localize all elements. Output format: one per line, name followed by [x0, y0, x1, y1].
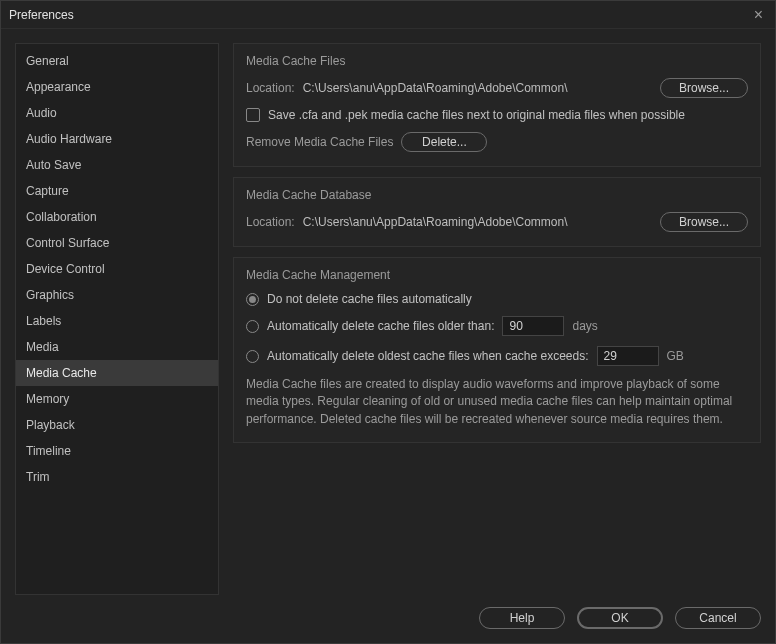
- files-location-path: C:\Users\anu\AppData\Roaming\Adobe\Commo…: [303, 81, 652, 95]
- sidebar-item-label: Media: [26, 340, 59, 354]
- radio-older-than-label[interactable]: Automatically delete cache files older t…: [267, 319, 494, 333]
- dialog-body: General Appearance Audio Audio Hardware …: [1, 29, 775, 595]
- sidebar-item-media[interactable]: Media: [16, 334, 218, 360]
- sidebar-item-label: Trim: [26, 470, 50, 484]
- titlebar: Preferences ×: [1, 1, 775, 29]
- group-title: Media Cache Database: [246, 188, 748, 202]
- older-than-days-input[interactable]: [502, 316, 564, 336]
- sidebar-item-auto-save[interactable]: Auto Save: [16, 152, 218, 178]
- sidebar-item-label: Auto Save: [26, 158, 81, 172]
- radio-exceeds[interactable]: [246, 350, 259, 363]
- sidebar-item-control-surface[interactable]: Control Surface: [16, 230, 218, 256]
- sidebar-item-label: Capture: [26, 184, 69, 198]
- sidebar-item-general[interactable]: General: [16, 48, 218, 74]
- sidebar-item-label: Audio: [26, 106, 57, 120]
- group-media-cache-management: Media Cache Management Do not delete cac…: [233, 257, 761, 443]
- group-media-cache-database: Media Cache Database Location: C:\Users\…: [233, 177, 761, 247]
- sidebar-item-graphics[interactable]: Graphics: [16, 282, 218, 308]
- browse-database-button[interactable]: Browse...: [660, 212, 748, 232]
- gb-unit: GB: [667, 349, 684, 363]
- group-media-cache-files: Media Cache Files Location: C:\Users\anu…: [233, 43, 761, 167]
- sidebar-item-label: Collaboration: [26, 210, 97, 224]
- sidebar-item-playback[interactable]: Playback: [16, 412, 218, 438]
- preferences-window: Preferences × General Appearance Audio A…: [0, 0, 776, 644]
- cache-exceeds-gb-input[interactable]: [597, 346, 659, 366]
- sidebar-item-label: Control Surface: [26, 236, 109, 250]
- sidebar-item-labels[interactable]: Labels: [16, 308, 218, 334]
- radio-no-delete[interactable]: [246, 293, 259, 306]
- window-title: Preferences: [9, 8, 74, 22]
- help-button[interactable]: Help: [479, 607, 565, 629]
- sidebar-item-label: Appearance: [26, 80, 91, 94]
- close-icon[interactable]: ×: [750, 6, 767, 24]
- sidebar-item-label: Graphics: [26, 288, 74, 302]
- delete-cache-button[interactable]: Delete...: [401, 132, 487, 152]
- sidebar-item-device-control[interactable]: Device Control: [16, 256, 218, 282]
- sidebar-item-media-cache[interactable]: Media Cache: [16, 360, 218, 386]
- sidebar-item-audio[interactable]: Audio: [16, 100, 218, 126]
- radio-no-delete-label[interactable]: Do not delete cache files automatically: [267, 292, 472, 306]
- sidebar-item-capture[interactable]: Capture: [16, 178, 218, 204]
- sidebar-item-label: Labels: [26, 314, 61, 328]
- sidebar-item-timeline[interactable]: Timeline: [16, 438, 218, 464]
- sidebar-item-label: Device Control: [26, 262, 105, 276]
- remove-cache-label: Remove Media Cache Files: [246, 135, 393, 149]
- sidebar-item-audio-hardware[interactable]: Audio Hardware: [16, 126, 218, 152]
- browse-files-button[interactable]: Browse...: [660, 78, 748, 98]
- days-unit: days: [572, 319, 597, 333]
- sidebar-item-label: Audio Hardware: [26, 132, 112, 146]
- management-description: Media Cache files are created to display…: [246, 376, 748, 428]
- group-title: Media Cache Files: [246, 54, 748, 68]
- main-panel: Media Cache Files Location: C:\Users\anu…: [233, 43, 761, 595]
- ok-button[interactable]: OK: [577, 607, 663, 629]
- location-label: Location:: [246, 81, 295, 95]
- sidebar-item-label: Media Cache: [26, 366, 97, 380]
- sidebar-item-appearance[interactable]: Appearance: [16, 74, 218, 100]
- save-next-to-original-checkbox[interactable]: [246, 108, 260, 122]
- cancel-button[interactable]: Cancel: [675, 607, 761, 629]
- database-location-path: C:\Users\anu\AppData\Roaming\Adobe\Commo…: [303, 215, 652, 229]
- sidebar-item-label: General: [26, 54, 69, 68]
- sidebar-item-memory[interactable]: Memory: [16, 386, 218, 412]
- save-next-to-original-label[interactable]: Save .cfa and .pek media cache files nex…: [268, 108, 685, 122]
- sidebar: General Appearance Audio Audio Hardware …: [15, 43, 219, 595]
- radio-exceeds-label[interactable]: Automatically delete oldest cache files …: [267, 349, 589, 363]
- sidebar-item-trim[interactable]: Trim: [16, 464, 218, 490]
- group-title: Media Cache Management: [246, 268, 748, 282]
- radio-older-than[interactable]: [246, 320, 259, 333]
- sidebar-item-label: Playback: [26, 418, 75, 432]
- sidebar-item-collaboration[interactable]: Collaboration: [16, 204, 218, 230]
- dialog-footer: Help OK Cancel: [1, 595, 775, 643]
- sidebar-item-label: Timeline: [26, 444, 71, 458]
- location-label: Location:: [246, 215, 295, 229]
- sidebar-item-label: Memory: [26, 392, 69, 406]
